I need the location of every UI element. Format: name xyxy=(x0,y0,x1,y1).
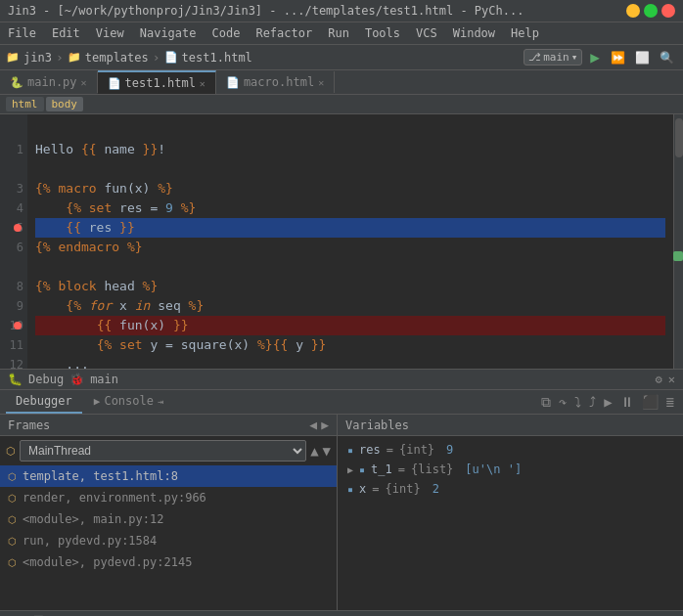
frame-label-4: <module>, pydevd.py:2145 xyxy=(23,555,192,569)
debug-panel-header: 🐛 Debug 🐞 main ⚙ ✕ xyxy=(0,369,683,390)
code-editor[interactable]: Hello {{ name }}! {% macro fun(x) %} {% … xyxy=(27,114,673,369)
breadcrumb-jin3[interactable]: jin3 xyxy=(23,51,52,65)
toolbar: 📁 jin3 › 📁 templates › 📄 test1.html ⎇ ma… xyxy=(0,45,683,70)
tab-main-py-label: main.py xyxy=(27,75,77,89)
close-button[interactable] xyxy=(661,4,675,18)
frame-icon-4: ⬡ xyxy=(8,557,17,568)
frame-label-1: render, environment.py:966 xyxy=(23,491,206,505)
tab-console-arrow: ⇥ xyxy=(158,396,163,407)
tab-main-py[interactable]: 🐍 main.py ✕ xyxy=(0,71,98,93)
thread-dropdown[interactable]: MainThread xyxy=(20,440,306,462)
frames-nav: ◀ ▶ xyxy=(309,418,329,432)
frame-item-0[interactable]: ⬡ template, test1.html:8 xyxy=(0,465,337,487)
code-line-4: {% set res = 9 %} xyxy=(35,198,665,218)
tab-test1-close[interactable]: ✕ xyxy=(200,78,205,89)
debug-btn-frames[interactable]: ⧉ xyxy=(538,394,554,411)
frame-icon-0: ⬡ xyxy=(8,471,17,482)
minimize-button[interactable] xyxy=(626,4,640,18)
menu-item-navigate[interactable]: Navigate xyxy=(132,24,205,42)
frame-icon-3: ⬡ xyxy=(8,536,17,547)
menu-item-run[interactable]: Run xyxy=(320,24,357,42)
tab-main-py-icon: 🐍 xyxy=(10,76,23,89)
thread-next-btn[interactable]: ▼ xyxy=(323,443,331,459)
debug-close-icon[interactable]: ✕ xyxy=(668,373,675,386)
breakpoint-dot-5 xyxy=(14,224,22,232)
var-item-t1: ▶ ▪ t_1 = {list} [u'\n '] xyxy=(338,460,683,479)
scrollbar-thumb[interactable] xyxy=(675,118,683,157)
branch-selector[interactable]: ⎇ main ▾ xyxy=(524,49,582,66)
tab-debugger[interactable]: Debugger xyxy=(6,390,82,414)
maximize-button[interactable] xyxy=(644,4,658,18)
debug-settings-icon[interactable]: ⚙ xyxy=(656,373,662,386)
code-line-6: {% endmacro %} xyxy=(35,238,665,257)
tab-debugger-label: Debugger xyxy=(16,394,72,408)
frames-collapse-icon[interactable]: ◀ xyxy=(309,418,317,432)
debug-btn-more[interactable]: ≣ xyxy=(663,394,677,411)
menu-item-window[interactable]: Window xyxy=(445,24,503,42)
tab-macro-close[interactable]: ✕ xyxy=(318,77,324,88)
breadcrumb-templates-label: templates xyxy=(85,51,149,65)
tab-macro-html[interactable]: 📄 macro.html ✕ xyxy=(216,71,335,93)
var-eq-t1: = xyxy=(398,462,405,476)
debug-btn-step-over[interactable]: ↷ xyxy=(556,394,569,411)
debug-btn-pause[interactable]: ⏸ xyxy=(617,394,637,411)
menu-item-edit[interactable]: Edit xyxy=(44,24,88,42)
toolbar-search-icon[interactable]: 🔍 xyxy=(657,51,677,65)
toolbar-pause-icon[interactable]: ⏩ xyxy=(608,51,628,65)
code-line-10: {{ fun(x) }} xyxy=(35,316,665,335)
menu-item-view[interactable]: View xyxy=(88,24,132,42)
variables-list: ▪ res = {int} 9 ▶ ▪ t_1 = {list} [u'\n '… xyxy=(338,436,683,610)
var-eq-x: = xyxy=(372,482,379,496)
debug-btn-resume[interactable]: ▶ xyxy=(601,394,615,411)
editor-scrollbar[interactable] xyxy=(673,114,683,369)
frame-item-3[interactable]: ⬡ run, pydevd.py:1584 xyxy=(0,530,337,551)
variables-panel: Variables ▪ res = {int} 9 ▶ ▪ t_1 = {lis… xyxy=(338,415,683,610)
frames-panel: Frames ◀ ▶ ⬡ MainThread ▲ ▼ ⬡ template, … xyxy=(0,415,338,610)
debug-btn-step-into[interactable]: ⤵ xyxy=(571,394,584,411)
var-expand-t1[interactable]: ▶ xyxy=(347,464,353,475)
tab-console[interactable]: ▶ Console ⇥ xyxy=(84,390,173,414)
var-type-x: {int} xyxy=(386,482,421,496)
var-value-res: 9 xyxy=(446,443,453,457)
run-button[interactable]: ▶ xyxy=(586,48,604,66)
menu-item-file[interactable]: File xyxy=(0,24,44,42)
breadcrumb-templates[interactable]: templates xyxy=(85,51,149,65)
var-value-x: 2 xyxy=(433,482,439,496)
toolbar-stop-icon[interactable]: ⬜ xyxy=(632,51,653,65)
code-line-8: {% block head %} xyxy=(35,277,665,296)
debug-config-name: main xyxy=(90,373,118,386)
frame-item-4[interactable]: ⬡ <module>, pydevd.py:2145 xyxy=(0,551,337,573)
var-icon-res: ▪ xyxy=(347,445,353,456)
code-line-11: {% set y = square(x) %}{{ y }} xyxy=(35,335,665,355)
frame-item-1[interactable]: ⬡ render, environment.py:966 xyxy=(0,487,337,508)
breadcrumb-file-label: test1.html xyxy=(182,51,252,65)
tab-test1-html[interactable]: 📄 test1.html ✕ xyxy=(98,70,216,94)
folder-icon: 📁 xyxy=(6,51,20,64)
var-item-res: ▪ res = {int} 9 xyxy=(338,440,683,460)
thread-prev-btn[interactable]: ▲ xyxy=(310,443,318,459)
thread-icon: ⬡ xyxy=(6,445,16,458)
menu-item-refactor[interactable]: Refactor xyxy=(248,24,320,42)
editor-marker xyxy=(673,251,683,261)
window-controls xyxy=(626,4,675,18)
menu-bar: FileEditViewNavigateCodeRefactorRunTools… xyxy=(0,22,683,45)
line-gutter: 1 3 4 5 6 8 9 10 11 12 xyxy=(0,114,27,369)
breadcrumb-body-tag[interactable]: body xyxy=(46,97,84,111)
frames-expand-icon[interactable]: ▶ xyxy=(321,418,329,432)
breadcrumb-file[interactable]: test1.html xyxy=(182,51,252,65)
var-eq-res: = xyxy=(387,443,393,457)
code-line-1: Hello {{ name }}! xyxy=(35,140,665,159)
menu-item-vcs[interactable]: VCS xyxy=(408,24,445,42)
menu-item-help[interactable]: Help xyxy=(503,24,547,42)
frame-icon-1: ⬡ xyxy=(8,493,17,504)
menu-item-code[interactable]: Code xyxy=(205,24,249,42)
frame-item-2[interactable]: ⬡ <module>, main.py:12 xyxy=(0,508,337,530)
debug-btn-step-out[interactable]: ⤴ xyxy=(586,394,599,411)
code-line-12: ... xyxy=(35,355,665,369)
menu-item-tools[interactable]: Tools xyxy=(357,24,408,42)
tab-main-py-close[interactable]: ✕ xyxy=(81,77,87,88)
frame-label-0: template, test1.html:8 xyxy=(23,469,178,483)
breadcrumb-html-tag[interactable]: html xyxy=(6,97,44,111)
title-bar: Jin3 - [~/work/pythonproj/Jin3/Jin3] - .… xyxy=(0,0,683,22)
debug-btn-stop[interactable]: ⬛ xyxy=(639,394,661,411)
